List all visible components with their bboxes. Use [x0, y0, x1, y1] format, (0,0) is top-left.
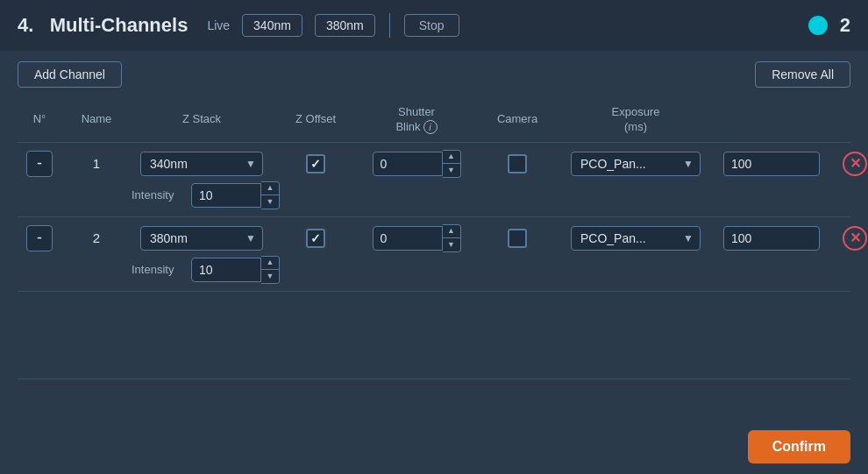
remove-cell-1: ✕: [833, 150, 868, 178]
live-380nm-button[interactable]: 380nm: [315, 14, 375, 37]
remove-button-1[interactable]: ✕: [841, 150, 868, 178]
num-cell-2: 2: [61, 230, 132, 245]
zstack-cell-2: [272, 229, 359, 248]
shutter-cell-1: [473, 154, 561, 173]
intensity-row-1: Intensity ▲ ▼: [18, 181, 850, 209]
name-cell-2: 380nm 340nm ▼: [132, 226, 272, 251]
col-header-zstack: Z Stack: [132, 105, 272, 135]
intensity-up-1[interactable]: ▲: [261, 182, 279, 195]
zoffset-cell-1: ▲ ▼: [359, 150, 473, 178]
zoffset-down-2[interactable]: ▼: [443, 238, 460, 251]
channel-count: 2: [840, 14, 850, 37]
empty-area: [18, 292, 850, 379]
table-header: N° Name Z Stack Z Offset Shutter Blink i…: [18, 98, 850, 143]
col-header-remove: [833, 105, 868, 135]
live-340nm-button[interactable]: 340nm: [242, 14, 302, 37]
title-text: Multi-Channels: [50, 14, 189, 36]
divider: [389, 13, 390, 38]
shutter-checkbox-2[interactable]: [508, 229, 527, 248]
col-header-camera: Camera: [473, 105, 561, 135]
zstack-checkbox-2[interactable]: [306, 229, 325, 248]
camera-select-2[interactable]: PCO_Pan...: [571, 226, 701, 251]
col-header-name: Name: [61, 105, 132, 135]
zstack-cell-1: [272, 154, 359, 173]
intensity-input-1[interactable]: [191, 183, 261, 208]
live-label: Live: [207, 18, 230, 32]
col-header-num: N°: [18, 105, 61, 135]
row-number-2: 2: [93, 230, 100, 245]
camera-cell-2: PCO_Pan... ▼: [561, 226, 710, 251]
footer: Confirm: [730, 420, 868, 474]
name-select-1[interactable]: 340nm 380nm: [140, 152, 263, 176]
intensity-input-2[interactable]: [191, 258, 261, 282]
zoffset-up-2[interactable]: ▲: [443, 225, 460, 238]
col-header-exposure: Exposure (ms): [561, 105, 710, 135]
zoffset-up-1[interactable]: ▲: [443, 151, 460, 164]
exposure-cell-1: [710, 152, 833, 176]
intensity-label-1: Intensity: [132, 188, 184, 202]
intensity-row-2: Intensity ▲ ▼: [18, 256, 850, 284]
minus-button-1[interactable]: -: [26, 151, 53, 177]
shutter-info-icon: i: [423, 120, 438, 134]
toolbar: Add Channel Remove All: [0, 51, 868, 98]
remove-cell-2: ✕: [833, 224, 868, 252]
status-indicator: [808, 16, 828, 35]
step-number: 4.: [18, 14, 33, 36]
add-channel-button[interactable]: Add Channel: [18, 61, 122, 88]
minus-button-2[interactable]: -: [26, 225, 53, 251]
remove-all-button[interactable]: Remove All: [755, 61, 850, 88]
remove-icon-2: ✕: [843, 226, 867, 251]
exposure-input-2[interactable]: [723, 226, 820, 251]
name-select-2[interactable]: 380nm 340nm: [140, 226, 263, 251]
intensity-down-1[interactable]: ▼: [261, 195, 279, 209]
col-header-zoffset: Z Offset: [272, 105, 359, 135]
shutter-checkbox-1[interactable]: [508, 154, 527, 173]
remove-icon-1: ✕: [843, 152, 867, 176]
minus-cell-1: -: [18, 151, 61, 177]
intensity-down-2[interactable]: ▼: [261, 270, 279, 283]
table-row: - 2 380nm 340nm ▼: [18, 217, 850, 292]
camera-cell-1: PCO_Pan... ▼: [561, 152, 710, 176]
exposure-input-1[interactable]: [723, 152, 820, 176]
row-number-1: 1: [93, 156, 100, 171]
table-row: - 1 340nm 380nm ▼: [18, 143, 850, 217]
header: 4. Multi-Channels Live 340nm 380nm Stop …: [0, 0, 868, 51]
num-cell-1: 1: [61, 156, 132, 171]
table: N° Name Z Stack Z Offset Shutter Blink i…: [0, 98, 868, 379]
name-cell-1: 340nm 380nm ▼: [132, 152, 272, 176]
page-title: 4. Multi-Channels: [18, 14, 188, 37]
shutter-cell-2: [473, 229, 561, 248]
stop-button[interactable]: Stop: [404, 14, 459, 37]
col-header-shutter: Shutter Blink i: [359, 105, 473, 135]
col-header-action: [710, 105, 833, 135]
intensity-up-2[interactable]: ▲: [261, 257, 279, 270]
camera-select-1[interactable]: PCO_Pan...: [571, 152, 701, 176]
exposure-cell-2: [710, 226, 833, 251]
intensity-label-2: Intensity: [132, 263, 184, 276]
confirm-button[interactable]: Confirm: [748, 430, 850, 463]
zoffset-cell-2: ▲ ▼: [359, 224, 473, 252]
zstack-checkbox-1[interactable]: [306, 154, 325, 173]
remove-button-2[interactable]: ✕: [841, 224, 868, 252]
zoffset-down-1[interactable]: ▼: [443, 164, 460, 177]
zoffset-input-1[interactable]: [373, 152, 443, 176]
zoffset-input-2[interactable]: [373, 226, 443, 251]
minus-cell-2: -: [18, 225, 61, 251]
